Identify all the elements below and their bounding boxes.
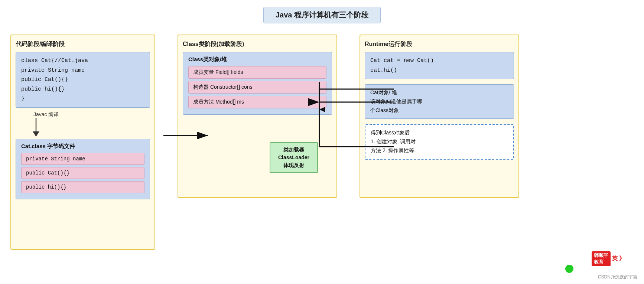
col1-title: 代码阶段/编译阶段 <box>16 40 150 48</box>
watermark: CSDN@沉默的宇宙 <box>598 274 637 280</box>
class-field-row-3: 成员方法 Method[] ms <box>188 96 326 108</box>
class-field-row-2: 构造器 Constructor[] cons <box>188 81 326 94</box>
code-line-2: private String name <box>21 66 144 75</box>
bytecode-title: Cat.class 字节码文件 <box>21 143 144 150</box>
columns-area: 代码阶段/编译阶段 class Cat{//Cat.java private S… <box>0 28 644 254</box>
col3-title: Runtime运行阶段 <box>365 40 514 48</box>
col2-title: Class类阶段(加载阶段) <box>183 40 332 48</box>
green-dot <box>565 265 573 273</box>
main-container: Java 程序计算机有三个阶段 代码阶段/编译阶段 class Cat{//Ca… <box>0 0 644 284</box>
classloader-line3: 体现反射 <box>276 161 312 169</box>
main-title: Java 程序计算机有三个阶段 <box>263 7 381 23</box>
code-line-4: public hi(){} <box>21 85 144 94</box>
runtime-code-line-2: cat.hi() <box>370 66 508 75</box>
col2-box: Class类阶段(加载阶段) Class类对象/堆 成员变量 Field[] f… <box>178 35 337 198</box>
field-row-1: private String name <box>21 153 144 165</box>
bytecode-box: Cat.class 字节码文件 private String name publ… <box>16 139 150 199</box>
classloader-box: 类加载器 ClassLoader 体现反射 <box>270 142 318 173</box>
svg-marker-1 <box>33 131 39 137</box>
heap-line-3: 个Class对象 <box>370 106 508 115</box>
col1-box: 代码阶段/编译阶段 class Cat{//Cat.java private S… <box>10 35 155 250</box>
code-line-5: } <box>21 94 144 104</box>
brand-name: 韩顺平 教育 <box>592 251 611 266</box>
brand-line1: 韩顺平 <box>594 252 608 259</box>
class-obj-title: Class类对象/堆 <box>188 56 326 63</box>
heap-line-1: Cat对象/ 堆 <box>370 88 508 97</box>
runtime-code-line-1: Cat cat = new Cat() <box>370 56 508 66</box>
reflect-line-1: 得到Class对象后 <box>371 128 508 137</box>
brand-line2: 教育 <box>594 259 608 265</box>
code-line-3: public Cat(){} <box>21 75 144 85</box>
heap-line-2: 该对象知道他是属于哪 <box>370 97 508 106</box>
compile-arrow-icon <box>30 118 42 137</box>
compile-arrow-label: Javac 编译 <box>33 111 59 118</box>
runtime-code-box: Cat cat = new Cat() cat.hi() <box>365 52 514 79</box>
class-field-row-1: 成员变量 Field[] fields <box>188 66 326 79</box>
code-line-1: class Cat{//Cat.java <box>21 56 144 66</box>
runtime-reflect-box: 得到Class对象后 1. 创建对象, 调用对 方法 2. 操作属性等. <box>365 124 514 159</box>
classloader-line1: 类加载器 <box>276 146 312 154</box>
classloader-line2: ClassLoader <box>276 154 312 161</box>
col3-box: Runtime运行阶段 Cat cat = new Cat() cat.hi()… <box>360 35 519 198</box>
class-obj-box: Class类对象/堆 成员变量 Field[] fields 构造器 Const… <box>183 52 332 115</box>
compile-arrow-container: Javac 编译 <box>27 111 150 137</box>
field-row-2: public Cat(){} <box>21 167 144 179</box>
runtime-heap-box: Cat对象/ 堆 该对象知道他是属于哪 个Class对象 <box>365 84 514 119</box>
field-row-3: public hi(){} <box>21 181 144 193</box>
brand-suffix: 英 》 <box>612 255 625 262</box>
col1-code-block: class Cat{//Cat.java private String name… <box>16 52 150 108</box>
brand-badge: 韩顺平 教育 英 》 <box>592 251 625 266</box>
reflect-line-2: 1. 创建对象, 调用对 <box>371 137 508 146</box>
reflect-line-3: 方法 2. 操作属性等. <box>371 146 508 155</box>
